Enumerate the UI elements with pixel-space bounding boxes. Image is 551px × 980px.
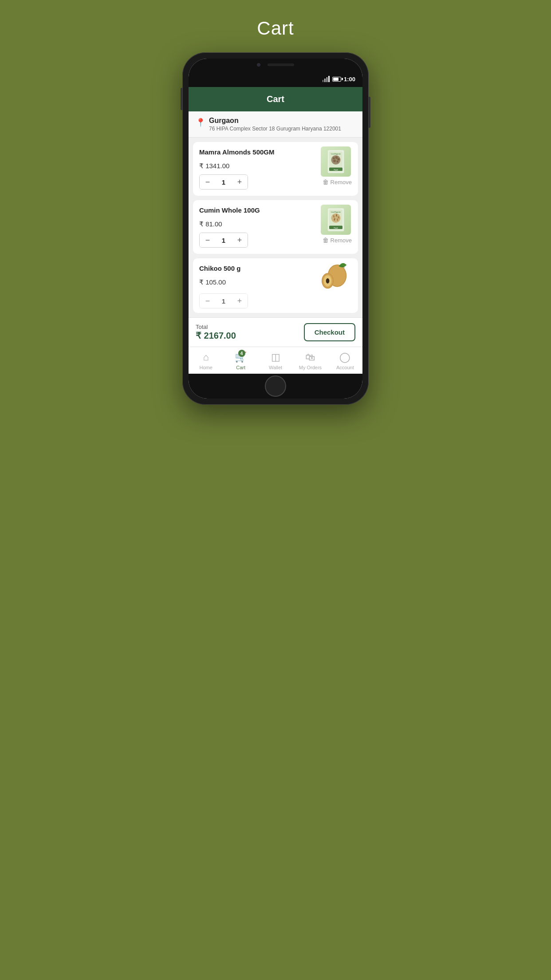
location-pin-icon: 📍 <box>196 118 205 127</box>
nav-label-wallet: Wallet <box>269 365 282 370</box>
item-price: ₹ 81.00 <box>199 220 260 228</box>
item-image-almonds: Food LiveOrganic <box>321 146 352 178</box>
remove-item-btn[interactable]: 🗑 Remove <box>323 237 352 244</box>
item-image-cumin: Food LiveOrganic <box>321 205 352 236</box>
orders-icon: 🛍 <box>305 352 315 363</box>
qty-increase-btn[interactable]: + <box>232 294 248 308</box>
qty-value: 1 <box>216 178 232 186</box>
qty-value: 1 <box>216 237 232 244</box>
item-price: ₹ 1341.00 <box>199 162 275 170</box>
remove-label: Remove <box>331 179 352 186</box>
location-city: Gurgaon <box>209 117 341 125</box>
home-icon: ⌂ <box>203 352 209 363</box>
nav-label-home: Home <box>200 365 213 370</box>
svg-point-4 <box>335 156 338 159</box>
signal-icon <box>323 76 330 82</box>
nav-item-home[interactable]: ⌂ Home <box>189 347 223 374</box>
side-button-right <box>369 97 370 128</box>
app-content: 📍 Gurgaon 76 HIPA Complex Sector 18 Guru… <box>189 111 362 374</box>
item-name: Cumin Whole 100G <box>199 206 260 214</box>
total-bar: Total ₹ 2167.00 Checkout <box>189 317 362 347</box>
status-bar: 1:00 <box>189 71 362 87</box>
speaker <box>268 63 294 66</box>
nav-item-cart[interactable]: 🛒 4 Cart <box>223 347 258 374</box>
svg-point-7 <box>337 161 339 163</box>
svg-text:Food: Food <box>334 169 338 171</box>
phone-screen: 1:00 Cart 📍 Gurgaon 76 HIPA Complex Sect… <box>189 59 362 399</box>
trash-icon: 🗑 <box>323 237 329 244</box>
qty-decrease-btn[interactable]: − <box>200 175 216 189</box>
cart-badge: 4 <box>238 350 245 357</box>
item-name: Chikoo 500 g <box>199 265 240 272</box>
remove-label: Remove <box>331 237 352 244</box>
svg-text:Food: Food <box>334 227 338 229</box>
qty-decrease-btn[interactable]: − <box>200 233 216 247</box>
phone-bottom-bar <box>189 374 362 399</box>
item-name: Mamra Almonds 500GM <box>199 148 275 156</box>
checkout-button[interactable]: Checkout <box>304 323 355 341</box>
svg-point-27 <box>326 278 330 284</box>
item-price: ₹ 105.00 <box>199 278 240 286</box>
qty-value: 1 <box>216 297 232 305</box>
qty-decrease-btn[interactable]: − <box>200 294 216 308</box>
svg-text:LiveOrganic: LiveOrganic <box>331 153 341 155</box>
location-address: 76 HIPA Complex Sector 18 Gurugram Harya… <box>209 126 341 132</box>
location-details: Gurgaon 76 HIPA Complex Sector 18 Gurugr… <box>209 117 341 132</box>
cart-items-list: Mamra Almonds 500GM ₹ 1341.00 <box>189 138 362 317</box>
page-background-title: Cart <box>257 18 294 39</box>
qty-increase-btn[interactable]: + <box>232 175 248 189</box>
quantity-control[interactable]: − 1 + <box>199 293 248 308</box>
total-label: Total <box>196 324 236 330</box>
nav-item-my-orders[interactable]: 🛍 My Orders <box>293 347 327 374</box>
nav-label-account: Account <box>336 365 354 370</box>
home-button[interactable] <box>265 375 286 397</box>
trash-icon: 🗑 <box>323 178 329 186</box>
svg-point-6 <box>333 160 336 162</box>
app-header: Cart <box>189 87 362 111</box>
svg-text:LiveOrganic: LiveOrganic <box>331 211 341 213</box>
nav-label-cart: Cart <box>236 365 245 370</box>
quantity-control[interactable]: − 1 + <box>199 174 248 190</box>
cart-item: Mamra Almonds 500GM ₹ 1341.00 <box>193 142 358 196</box>
app-header-title: Cart <box>267 94 284 104</box>
item-image-chikoo <box>321 263 352 294</box>
total-info: Total ₹ 2167.00 <box>196 324 236 341</box>
qty-increase-btn[interactable]: + <box>232 233 248 247</box>
nav-item-wallet[interactable]: ◫ Wallet <box>258 347 293 374</box>
side-button-left <box>181 88 182 110</box>
nav-label-my-orders: My Orders <box>299 365 322 370</box>
phone-frame: 1:00 Cart 📍 Gurgaon 76 HIPA Complex Sect… <box>182 52 369 405</box>
battery-icon <box>332 77 341 82</box>
cart-item: Chikoo 500 g ₹ 105.00 <box>193 258 358 313</box>
status-time: 1:00 <box>344 76 355 83</box>
remove-item-btn[interactable]: 🗑 Remove <box>323 178 352 186</box>
camera <box>257 63 260 67</box>
account-icon: ◯ <box>339 352 350 363</box>
bottom-nav: ⌂ Home 🛒 4 Cart ◫ Wallet 🛍 My Orders <box>189 347 362 374</box>
total-amount: ₹ 2167.00 <box>196 330 236 341</box>
notch <box>189 59 362 71</box>
nav-item-account[interactable]: ◯ Account <box>328 347 362 374</box>
quantity-control[interactable]: − 1 + <box>199 233 248 248</box>
cart-item: Cumin Whole 100G ₹ 81.00 <box>193 200 358 254</box>
wallet-icon: ◫ <box>271 352 280 363</box>
location-bar[interactable]: 📍 Gurgaon 76 HIPA Complex Sector 18 Guru… <box>189 111 362 138</box>
svg-point-3 <box>333 157 335 159</box>
svg-point-5 <box>337 158 339 160</box>
